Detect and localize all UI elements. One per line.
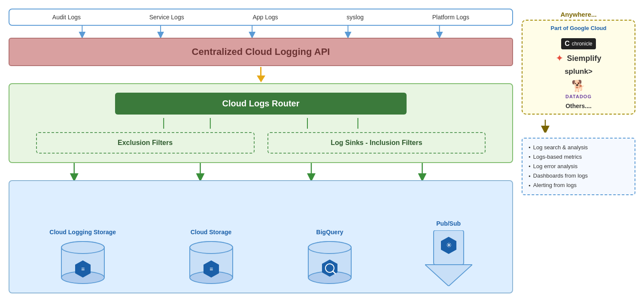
cloud-storage-cylinder: ≡ [188,239,235,286]
feature-3: Log error analysis [529,162,629,171]
storage-area: Cloud Logging Storage ≡ Cloud Storage [9,180,513,293]
svg-point-32 [308,242,351,254]
features-list: Log search & analysis Logs-based metrics… [529,143,629,190]
filters-row: Exclusion Filters Log Sinks - Inclusion … [18,132,504,154]
log-source-syslog: syslog [346,14,364,21]
logging-api-box: Centralized Cloud Logging API [9,38,513,66]
google-cloud-label: Part of Google Cloud [551,25,607,31]
routing-inner: Cloud Logs Router Exclusion Filters [18,93,504,154]
anywhere-section: Anywhere... Part of Google Cloud C chron… [522,11,635,115]
green-arrows-section [9,163,513,180]
cloud-storage-item: Cloud Storage ≡ [188,229,235,286]
cloud-logging-storage-item: Cloud Logging Storage ≡ [49,229,116,286]
tan-arrow-section [522,120,635,133]
tan-arrow-svg [535,120,556,133]
feature-2: Logs-based metrics [529,152,629,162]
chronicle-c-icon: C [565,40,570,48]
exclusion-filters-box: Exclusion Filters [36,132,255,154]
datadog-logo: 🐕 DATADOG [565,79,592,99]
cloud-logging-label: Cloud Logging Storage [49,229,116,236]
siemplify-row: ✦ Siemplify [556,53,601,64]
bigquery-label: BigQuery [316,229,343,236]
orange-arrow-section [9,66,513,83]
pubsub-shape: ✳ [425,230,472,286]
siemplify-star-icon: ✦ [556,53,563,64]
log-source-platform: Platform Logs [432,14,469,21]
feature-1: Log search & analysis [529,143,629,152]
features-box: Log search & analysis Logs-based metrics… [522,138,635,195]
router-label: Cloud Logs Router [222,99,300,108]
datadog-dog-icon: 🐕 [571,79,585,93]
inclusion-label: Log Sinks - Inclusion Filters [331,139,422,146]
exclusion-label: Exclusion Filters [118,139,173,146]
routing-box: Cloud Logs Router Exclusion Filters [9,83,513,163]
source-arrows [9,26,513,38]
bigquery-cylinder [306,239,353,286]
svg-marker-37 [425,265,472,286]
chronicle-text: chronicle [572,41,592,47]
svg-text:≡: ≡ [209,266,213,272]
left-column: Audit Logs Service Logs App Logs syslog … [9,9,513,293]
siemplify-label: Siemplify [567,54,601,63]
router-connectors [67,118,455,129]
logging-api-label: Centralized Cloud Logging API [192,46,330,57]
splunk-row: splunk> [565,67,592,76]
cloud-logs-router-btn: Cloud Logs Router [115,93,407,115]
cloud-storage-label: Cloud Storage [191,229,232,236]
bigquery-item: BigQuery [306,229,353,286]
splunk-label: splunk> [565,67,592,76]
log-source-app: App Logs [252,14,278,21]
log-source-service: Service Logs [149,14,184,21]
feature-5: Alerting from logs [529,181,629,190]
log-sources-box: Audit Logs Service Logs App Logs syslog … [9,9,513,26]
orange-arrow-head [257,76,265,82]
feature-4: Dashboards from logs [529,171,629,181]
others-label: Others.... [565,103,592,109]
svg-text:✳: ✳ [446,242,451,249]
svg-point-24 [190,242,233,254]
orange-arrow-line [260,67,261,76]
datadog-label: DATADOG [565,94,592,99]
inclusion-filters-box: Log Sinks - Inclusion Filters [267,132,486,154]
anywhere-title: Anywhere... [522,11,635,18]
orange-arrow [257,67,265,82]
pubsub-label: Pub/Sub [436,220,461,227]
chronicle-row: C chronicle [561,38,596,49]
chronicle-logo: C chronicle [561,38,596,49]
main-container: Audit Logs Service Logs App Logs syslog … [0,0,644,302]
svg-text:≡: ≡ [81,266,85,272]
cloud-logging-cylinder: ≡ [59,239,106,286]
log-source-audit: Audit Logs [52,14,81,21]
datadog-row: 🐕 DATADOG [565,79,592,99]
svg-point-16 [61,242,104,254]
pubsub-item: Pub/Sub ✳ [425,220,472,286]
right-column: Anywhere... Part of Google Cloud C chron… [522,9,635,293]
vendors-container: Part of Google Cloud C chronicle ✦ Siemp… [522,20,635,115]
